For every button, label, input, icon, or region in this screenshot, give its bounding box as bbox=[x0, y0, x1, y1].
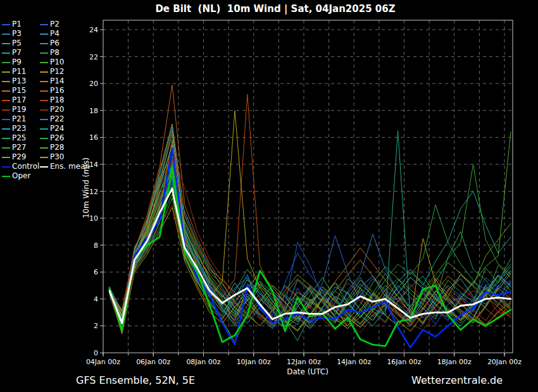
y-tick-label: 24 bbox=[89, 26, 98, 34]
x-tick-label: 06Jan 00z bbox=[136, 358, 170, 366]
x-tick-label: 04Jan 00z bbox=[86, 358, 120, 366]
x-tick-label: 14Jan 00z bbox=[337, 358, 371, 366]
x-tick-label: 16Jan 00z bbox=[387, 358, 421, 366]
y-tick-label: 2 bbox=[94, 322, 98, 330]
x-axis-label: Date (UTC) bbox=[287, 367, 328, 376]
x-tick-label: 08Jan 00z bbox=[186, 358, 220, 366]
series-line-P16 bbox=[109, 85, 511, 326]
y-tick-label: 10 bbox=[89, 214, 98, 223]
series-line-P11 bbox=[109, 173, 511, 329]
y-tick-label: 12 bbox=[89, 188, 98, 196]
x-tick-label: 12Jan 00z bbox=[287, 358, 321, 366]
y-tick-label: 8 bbox=[94, 242, 98, 250]
footer-model-label: GFS Ensemble, 52N, 5E bbox=[76, 374, 195, 386]
y-tick-label: 22 bbox=[89, 53, 98, 61]
y-axis-label: 10m Wind (m/s) bbox=[82, 157, 91, 218]
y-tick-label: 20 bbox=[89, 80, 98, 88]
x-tick-label: 20Jan 00z bbox=[487, 358, 522, 366]
x-tick-label: 10Jan 00z bbox=[237, 358, 271, 366]
y-tick-label: 18 bbox=[89, 107, 98, 115]
y-tick-label: 14 bbox=[89, 161, 98, 169]
series-line-P23 bbox=[109, 126, 511, 328]
footer-brand-label: Wetterzentrale.de bbox=[411, 374, 503, 386]
y-tick-label: 6 bbox=[94, 268, 98, 276]
y-tick-label: 0 bbox=[94, 349, 98, 357]
y-tick-label: 16 bbox=[89, 133, 98, 142]
x-tick-label: 18Jan 00z bbox=[437, 358, 472, 366]
wind-ensemble-plot: 02468101214161820222404Jan 00z06Jan 00z0… bbox=[0, 0, 538, 392]
y-tick-label: 4 bbox=[94, 295, 98, 303]
figure: De Bilt (NL) 10m Wind | Sat, 04Jan2025 0… bbox=[0, 0, 538, 392]
